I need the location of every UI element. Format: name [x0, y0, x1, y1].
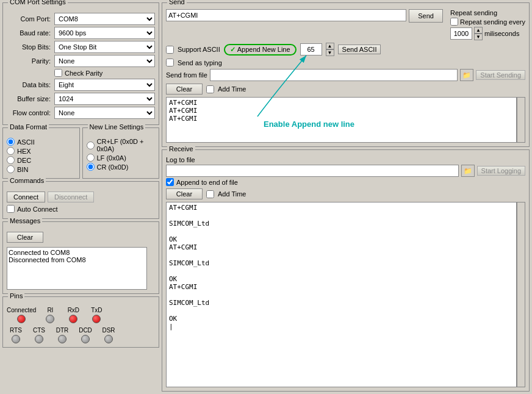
data-bits-label: Data bits:	[7, 81, 54, 88]
log-to-file-section: Log to file 📁 Start Logging Append to en…	[166, 156, 525, 186]
connect-button[interactable]: Connect	[7, 192, 45, 202]
send-clear-button[interactable]: Clear	[166, 84, 203, 95]
crlf-radio[interactable]	[87, 141, 95, 149]
messages-clear-button[interactable]: Clear	[7, 232, 43, 243]
data-format-group: Data Format ASCII HEX DEC BIN	[2, 127, 80, 179]
check-parity-checkbox[interactable]	[54, 69, 62, 77]
dtr-pin: DTR	[53, 327, 71, 343]
send-text-line-3: AT+CGMI	[169, 115, 514, 123]
new-line-settings-group: New Line Settings CR+LF (0x0D + 0x0A) LF…	[82, 127, 160, 179]
send-button[interactable]: Send	[409, 9, 443, 23]
start-sending-button[interactable]: Start Sending	[476, 70, 525, 80]
send-add-time-checkbox[interactable]	[206, 85, 214, 93]
buffer-size-select[interactable]: 1024	[54, 93, 155, 105]
messages-group: Messages Clear Connected to COM8 Disconn…	[2, 221, 159, 294]
hex-radio[interactable]	[7, 147, 15, 155]
connected-led	[17, 315, 26, 323]
ascii-spin-up-icon[interactable]: ▲	[326, 43, 334, 49]
receive-group: Receive Log to file 📁 Start Logging Appe	[162, 149, 530, 392]
rxd-led	[69, 315, 77, 323]
repeat-ms-spinner[interactable]: ▲ ▼	[474, 27, 483, 40]
com-port-settings-group: COM Port Settings Com Port: COM8 Baud ra…	[2, 2, 159, 125]
recv-line-14	[169, 307, 514, 315]
disconnect-button[interactable]: Disconnect	[48, 192, 94, 202]
receive-text-area-container: AT+CGMI SIMCOM_Ltd OK AT+CGMI SIMCOM_Ltd…	[166, 202, 525, 387]
send-as-typing-label: Send as typing	[178, 59, 222, 66]
cr-label: CR (0x0D)	[97, 163, 129, 171]
cts-led	[35, 335, 43, 343]
cr-radio[interactable]	[87, 163, 95, 171]
ascii-radio[interactable]	[7, 138, 15, 146]
send-as-typing-checkbox[interactable]	[166, 59, 174, 66]
commands-title: Commands	[8, 177, 46, 184]
flow-control-select[interactable]: None	[54, 107, 155, 119]
receive-add-time-label: Add Time	[218, 190, 246, 198]
dec-radio[interactable]	[7, 156, 15, 164]
send-scrollbar[interactable]	[517, 97, 525, 143]
hex-label: HEX	[17, 148, 31, 155]
send-title: Send	[167, 0, 187, 5]
parity-select[interactable]: None	[54, 55, 155, 67]
left-panel: COM Port Settings Com Port: COM8 Baud ra…	[0, 0, 162, 394]
bin-radio[interactable]	[7, 165, 15, 173]
recv-line-7	[169, 251, 514, 259]
txd-pin: TxD	[87, 307, 106, 323]
recv-line-3: SIMCOM_Ltd	[169, 220, 514, 227]
dtr-led	[58, 335, 66, 343]
ascii-spin-down-icon[interactable]: ▼	[326, 49, 334, 56]
start-logging-button[interactable]: Start Logging	[477, 166, 525, 176]
append-to-end-label: Append to end of file	[176, 179, 238, 186]
lf-label: LF (0x0A)	[97, 154, 126, 162]
ri-pin: RI	[41, 307, 59, 323]
ascii-num-input[interactable]	[300, 43, 322, 56]
ascii-num-spinner[interactable]: ▲ ▼	[326, 43, 334, 56]
send-file-browse-button[interactable]: 📁	[460, 69, 473, 81]
receive-text-area[interactable]: AT+CGMI SIMCOM_Ltd OK AT+CGMI SIMCOM_Ltd…	[166, 202, 517, 387]
ri-led	[46, 315, 54, 323]
recv-line-2	[169, 212, 514, 220]
log-file-input[interactable]	[166, 165, 459, 177]
auto-connect-checkbox[interactable]	[7, 205, 15, 213]
data-bits-select[interactable]: Eight	[54, 79, 155, 91]
recv-line-5: OK	[169, 235, 514, 243]
receive-scrollbar[interactable]	[517, 202, 525, 387]
receive-clear-button[interactable]: Clear	[166, 188, 203, 199]
repeat-sending-label: Repeat sending every	[460, 18, 525, 26]
baud-rate-select[interactable]: 9600 bps	[54, 27, 155, 39]
stop-bits-select[interactable]: One Stop Bit	[54, 41, 155, 53]
receive-add-time-checkbox[interactable]	[206, 190, 214, 198]
receive-title: Receive	[167, 145, 195, 152]
send-text-area[interactable]: AT+CGMI AT+CGMI AT+CGMI	[166, 97, 517, 143]
send-from-file-input[interactable]	[210, 69, 458, 81]
spin-down-icon[interactable]: ▼	[474, 34, 483, 40]
new-line-settings-title: New Line Settings	[88, 123, 146, 131]
append-to-end-checkbox[interactable]	[166, 178, 174, 186]
com-port-select[interactable]: COM8	[54, 13, 155, 25]
repeat-ms-input[interactable]	[450, 27, 472, 40]
send-ascii-button[interactable]: Send ASCII	[338, 45, 381, 54]
command-input[interactable]	[166, 9, 406, 21]
parity-label: Parity:	[7, 57, 54, 65]
recv-line-6: AT+CGMI	[169, 243, 514, 251]
support-ascii-label: Support ASCII	[178, 46, 220, 53]
message-line-1: Connected to COM8	[9, 249, 145, 256]
repeat-sending-checkbox[interactable]	[450, 18, 458, 26]
dec-label: DEC	[17, 157, 31, 164]
spin-up-icon[interactable]: ▲	[474, 27, 483, 34]
com-port-label: Com Port:	[7, 15, 54, 23]
send-text-area-container: AT+CGMI AT+CGMI AT+CGMI	[166, 97, 525, 143]
recv-line-16: |	[169, 323, 514, 331]
support-ascii-checkbox[interactable]	[166, 46, 174, 54]
send-add-time-label: Add Time	[218, 85, 246, 93]
recv-line-8: SIMCOM_Ltd	[169, 259, 514, 267]
messages-scrollbar[interactable]	[146, 247, 155, 290]
auto-connect-label: Auto Connect	[17, 206, 58, 213]
right-panel: Send Send Repeat sending Repeat sending …	[162, 0, 532, 394]
log-file-browse-button[interactable]: 📁	[461, 165, 475, 177]
rts-led	[12, 335, 20, 343]
lf-radio[interactable]	[87, 154, 95, 162]
repeat-sending-section: Repeat sending Repeat sending every ▲ ▼ …	[450, 9, 525, 40]
send-from-file-label: Send from file	[166, 71, 207, 79]
log-to-file-inner: Log to file 📁 Start Logging Append to en…	[166, 156, 525, 186]
pins-title: Pins	[8, 292, 24, 299]
